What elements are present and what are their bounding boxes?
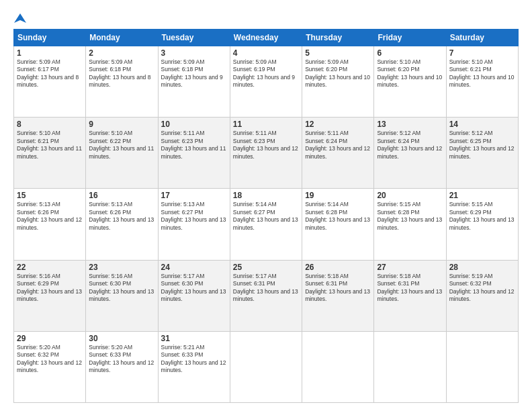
day-info: Sunrise: 5:18 AM Sunset: 6:31 PM Dayligh… [305, 273, 371, 304]
calendar-week-row: 15 Sunrise: 5:13 AM Sunset: 6:26 PM Dayl… [14, 189, 519, 260]
day-number: 14 [449, 120, 515, 129]
day-number: 22 [17, 263, 83, 272]
day-info: Sunrise: 5:13 AM Sunset: 6:26 PM Dayligh… [89, 201, 154, 232]
day-info: Sunrise: 5:20 AM Sunset: 6:32 PM Dayligh… [17, 344, 83, 375]
day-info: Sunrise: 5:10 AM Sunset: 6:21 PM Dayligh… [449, 58, 515, 89]
day-number: 16 [89, 191, 154, 200]
day-number: 3 [161, 48, 227, 58]
day-number: 27 [377, 263, 443, 272]
calendar-cell: 3 Sunrise: 5:09 AM Sunset: 6:18 PM Dayli… [158, 46, 230, 118]
calendar-cell: 8 Sunrise: 5:10 AM Sunset: 6:21 PM Dayli… [14, 118, 86, 189]
calendar-cell: 26 Sunrise: 5:18 AM Sunset: 6:31 PM Dayl… [302, 260, 374, 331]
calendar-cell: 6 Sunrise: 5:10 AM Sunset: 6:20 PM Dayli… [374, 46, 446, 118]
day-of-week-header: Thursday [302, 30, 374, 46]
calendar-cell: 17 Sunrise: 5:13 AM Sunset: 6:27 PM Dayl… [158, 189, 230, 260]
page: SundayMondayTuesdayWednesdayThursdayFrid… [0, 0, 532, 411]
day-of-week-header: Wednesday [230, 30, 302, 46]
calendar-cell: 30 Sunrise: 5:20 AM Sunset: 6:33 PM Dayl… [86, 331, 158, 402]
calendar-header-row: SundayMondayTuesdayWednesdayThursdayFrid… [14, 30, 519, 46]
day-info: Sunrise: 5:13 AM Sunset: 6:26 PM Dayligh… [17, 201, 83, 232]
day-of-week-header: Friday [374, 30, 446, 46]
calendar-cell: 14 Sunrise: 5:12 AM Sunset: 6:25 PM Dayl… [446, 118, 518, 189]
calendar-cell [374, 331, 446, 402]
day-info: Sunrise: 5:10 AM Sunset: 6:21 PM Dayligh… [17, 130, 83, 161]
calendar-cell: 21 Sunrise: 5:15 AM Sunset: 6:29 PM Dayl… [446, 189, 518, 260]
day-number: 19 [305, 191, 371, 200]
day-info: Sunrise: 5:12 AM Sunset: 6:25 PM Dayligh… [449, 130, 515, 161]
day-info: Sunrise: 5:13 AM Sunset: 6:27 PM Dayligh… [161, 201, 227, 232]
day-info: Sunrise: 5:10 AM Sunset: 6:20 PM Dayligh… [377, 58, 443, 89]
day-number: 24 [161, 263, 227, 272]
calendar-cell: 20 Sunrise: 5:15 AM Sunset: 6:28 PM Dayl… [374, 189, 446, 260]
calendar-cell: 9 Sunrise: 5:10 AM Sunset: 6:22 PM Dayli… [86, 118, 158, 189]
calendar-cell: 28 Sunrise: 5:19 AM Sunset: 6:32 PM Dayl… [446, 260, 518, 331]
day-info: Sunrise: 5:18 AM Sunset: 6:31 PM Dayligh… [377, 273, 443, 304]
day-number: 26 [305, 263, 371, 272]
calendar-table: SundayMondayTuesdayWednesdayThursdayFrid… [13, 29, 519, 403]
day-info: Sunrise: 5:10 AM Sunset: 6:22 PM Dayligh… [89, 130, 154, 161]
calendar-cell: 11 Sunrise: 5:11 AM Sunset: 6:23 PM Dayl… [230, 118, 302, 189]
day-number: 29 [17, 334, 83, 343]
calendar-cell: 24 Sunrise: 5:17 AM Sunset: 6:30 PM Dayl… [158, 260, 230, 331]
day-info: Sunrise: 5:17 AM Sunset: 6:31 PM Dayligh… [233, 273, 299, 304]
day-number: 12 [305, 120, 371, 129]
svg-marker-0 [14, 13, 26, 23]
day-info: Sunrise: 5:21 AM Sunset: 6:33 PM Dayligh… [161, 344, 227, 375]
calendar-cell: 13 Sunrise: 5:12 AM Sunset: 6:24 PM Dayl… [374, 118, 446, 189]
day-number: 31 [161, 334, 227, 343]
day-number: 2 [89, 48, 154, 58]
day-number: 8 [17, 120, 83, 129]
day-of-week-header: Sunday [14, 30, 86, 46]
day-of-week-header: Monday [86, 30, 158, 46]
day-info: Sunrise: 5:11 AM Sunset: 6:23 PM Dayligh… [233, 130, 299, 161]
calendar-cell: 7 Sunrise: 5:10 AM Sunset: 6:21 PM Dayli… [446, 46, 518, 118]
day-info: Sunrise: 5:11 AM Sunset: 6:23 PM Dayligh… [161, 130, 227, 161]
day-number: 11 [233, 120, 299, 129]
header [13, 12, 519, 22]
day-info: Sunrise: 5:15 AM Sunset: 6:29 PM Dayligh… [449, 201, 515, 232]
day-info: Sunrise: 5:11 AM Sunset: 6:24 PM Dayligh… [305, 130, 371, 161]
day-info: Sunrise: 5:17 AM Sunset: 6:30 PM Dayligh… [161, 273, 227, 304]
day-info: Sunrise: 5:15 AM Sunset: 6:28 PM Dayligh… [377, 201, 443, 232]
day-info: Sunrise: 5:14 AM Sunset: 6:27 PM Dayligh… [233, 201, 299, 232]
day-info: Sunrise: 5:20 AM Sunset: 6:33 PM Dayligh… [89, 344, 154, 375]
calendar-cell: 1 Sunrise: 5:09 AM Sunset: 6:17 PM Dayli… [14, 46, 86, 118]
day-of-week-header: Saturday [446, 30, 518, 46]
logo-bird-icon [14, 12, 26, 24]
day-number: 20 [377, 191, 443, 200]
day-number: 30 [89, 334, 154, 343]
calendar-cell: 29 Sunrise: 5:20 AM Sunset: 6:32 PM Dayl… [14, 331, 86, 402]
calendar-cell [446, 331, 518, 402]
day-info: Sunrise: 5:09 AM Sunset: 6:17 PM Dayligh… [17, 58, 83, 89]
day-of-week-header: Tuesday [158, 30, 230, 46]
day-number: 9 [89, 120, 154, 129]
calendar-week-row: 8 Sunrise: 5:10 AM Sunset: 6:21 PM Dayli… [14, 118, 519, 189]
day-info: Sunrise: 5:09 AM Sunset: 6:18 PM Dayligh… [89, 58, 154, 89]
day-info: Sunrise: 5:09 AM Sunset: 6:18 PM Dayligh… [161, 58, 227, 89]
calendar-cell: 16 Sunrise: 5:13 AM Sunset: 6:26 PM Dayl… [86, 189, 158, 260]
calendar-cell [230, 331, 302, 402]
calendar-cell: 19 Sunrise: 5:14 AM Sunset: 6:28 PM Dayl… [302, 189, 374, 260]
day-info: Sunrise: 5:09 AM Sunset: 6:20 PM Dayligh… [305, 58, 371, 89]
day-number: 21 [449, 191, 515, 200]
day-number: 13 [377, 120, 443, 129]
calendar-cell: 4 Sunrise: 5:09 AM Sunset: 6:19 PM Dayli… [230, 46, 302, 118]
day-info: Sunrise: 5:19 AM Sunset: 6:32 PM Dayligh… [449, 273, 515, 304]
calendar-cell: 5 Sunrise: 5:09 AM Sunset: 6:20 PM Dayli… [302, 46, 374, 118]
calendar-cell: 12 Sunrise: 5:11 AM Sunset: 6:24 PM Dayl… [302, 118, 374, 189]
calendar-week-row: 22 Sunrise: 5:16 AM Sunset: 6:29 PM Dayl… [14, 260, 519, 331]
calendar-body: 1 Sunrise: 5:09 AM Sunset: 6:17 PM Dayli… [14, 46, 519, 403]
day-number: 18 [233, 191, 299, 200]
day-number: 28 [449, 263, 515, 272]
day-number: 10 [161, 120, 227, 129]
day-number: 25 [233, 263, 299, 272]
day-number: 1 [17, 48, 83, 58]
day-number: 23 [89, 263, 154, 272]
calendar-week-row: 1 Sunrise: 5:09 AM Sunset: 6:17 PM Dayli… [14, 46, 519, 118]
day-number: 6 [377, 48, 443, 58]
day-number: 17 [161, 191, 227, 200]
day-info: Sunrise: 5:16 AM Sunset: 6:29 PM Dayligh… [17, 273, 83, 304]
day-info: Sunrise: 5:12 AM Sunset: 6:24 PM Dayligh… [377, 130, 443, 161]
day-number: 4 [233, 48, 299, 58]
day-number: 7 [449, 48, 515, 58]
